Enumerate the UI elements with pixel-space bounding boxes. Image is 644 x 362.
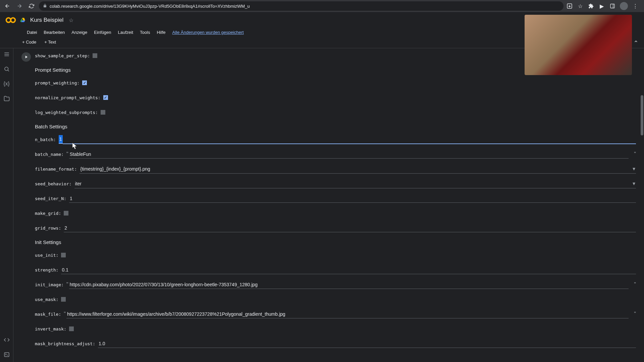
variables-icon[interactable]: {x} — [3, 80, 10, 87]
install-icon[interactable] — [566, 3, 573, 9]
scrollbar-thumb[interactable] — [641, 95, 643, 135]
run-button[interactable] — [21, 52, 31, 62]
show-sample-checkbox[interactable] — [93, 53, 97, 58]
mask-file-label: mask_file: — [35, 312, 61, 317]
extensions-icon[interactable] — [588, 3, 594, 9]
n-batch-label: n_batch: — [35, 137, 56, 142]
seed-iter-label: seed_iter_N: — [35, 196, 66, 201]
log-subprompts-checkbox[interactable] — [101, 110, 105, 115]
batch-name-input[interactable] — [69, 150, 629, 159]
normalize-weights-label: normalize_prompt_weights: — [35, 95, 101, 100]
lock-icon — [43, 4, 47, 9]
section-batch: Batch Settings — [35, 124, 636, 129]
bookmark-icon[interactable]: ☆ — [577, 3, 584, 9]
drive-icon — [20, 17, 26, 23]
main-content: show_sample_per_step: Prompt Settings pr… — [13, 48, 644, 362]
browser-chrome: colab.research.google.com/drive/13G9KHyM… — [0, 0, 644, 12]
mask-brightness-label: mask_brightness_adjust: — [35, 341, 95, 346]
section-init: Init Settings — [35, 239, 636, 245]
show-sample-label: show_sample_per_step: — [35, 53, 90, 58]
menu-icon[interactable]: ⋮ — [632, 3, 639, 9]
svg-rect-1 — [610, 4, 614, 8]
menu-insert[interactable]: Einfügen — [91, 29, 114, 36]
search-icon[interactable] — [3, 66, 10, 72]
use-mask-label: use_mask: — [35, 297, 58, 302]
menu-runtime[interactable]: Laufzeit — [115, 29, 136, 36]
filename-format-label: filename_format: — [35, 167, 77, 172]
address-bar[interactable]: colab.research.google.com/drive/13G9KHyM… — [39, 1, 564, 11]
normalize-weights-checkbox[interactable] — [103, 95, 108, 100]
seed-behavior-label: seed_behavior: — [35, 181, 72, 186]
menu-view[interactable]: Anzeige — [69, 29, 90, 36]
menu-file[interactable]: Datei — [24, 29, 40, 36]
webcam-overlay — [525, 15, 632, 75]
svg-point-8 — [5, 67, 8, 71]
collapse-button[interactable] — [633, 39, 639, 45]
svg-rect-10 — [4, 353, 9, 357]
svg-line-9 — [8, 70, 9, 71]
chevron-down-icon: ▾ — [633, 180, 635, 187]
media-icon[interactable]: ▶ — [598, 3, 605, 9]
scrollbar[interactable] — [636, 48, 644, 362]
menu-tools[interactable]: Tools — [137, 29, 153, 36]
use-init-checkbox[interactable] — [61, 253, 66, 257]
prompt-weighting-checkbox[interactable] — [82, 80, 87, 85]
forward-button[interactable] — [15, 1, 24, 11]
init-image-label: init_image: — [35, 282, 64, 287]
use-mask-checkbox[interactable] — [61, 297, 66, 302]
grid-rows-label: grid_rows: — [35, 226, 61, 231]
make-grid-checkbox[interactable] — [64, 211, 68, 216]
log-subprompts-label: log_weighted_subprompts: — [35, 110, 98, 115]
form-cell: show_sample_per_step: Prompt Settings pr… — [21, 51, 639, 354]
strength-input[interactable] — [61, 266, 636, 274]
add-text-button[interactable]: + Text — [41, 38, 59, 46]
filename-format-dropdown[interactable]: {timestring}_{index}_{prompt}.png ▾ — [79, 164, 636, 174]
chevron-down-icon: ▾ — [633, 166, 635, 172]
svg-point-4 — [11, 18, 15, 22]
menu-help[interactable]: Hilfe — [154, 29, 168, 36]
make-grid-label: make_grid: — [35, 211, 61, 216]
prompt-weighting-label: prompt_weighting: — [35, 80, 79, 85]
strength-label: strength: — [35, 267, 58, 273]
document-title[interactable]: Kurs Beispiel — [30, 17, 63, 23]
seed-behavior-dropdown[interactable]: iter ▾ — [74, 179, 636, 188]
panel-icon[interactable] — [609, 3, 616, 9]
back-button[interactable] — [3, 1, 12, 11]
invert-mask-checkbox[interactable] — [69, 326, 74, 331]
colab-logo-icon — [5, 15, 16, 25]
toc-icon[interactable] — [3, 51, 10, 58]
invert-mask-label: invert_mask: — [35, 326, 66, 331]
save-status[interactable]: Alle Änderungen wurden gespeichert — [172, 30, 244, 35]
profile-avatar[interactable] — [620, 2, 628, 10]
seed-iter-input[interactable] — [69, 194, 636, 203]
menu-edit[interactable]: Bearbeiten — [41, 29, 67, 36]
reload-button[interactable] — [27, 1, 36, 11]
n-batch-input[interactable] — [59, 135, 63, 144]
files-icon[interactable] — [3, 95, 10, 102]
mask-file-input[interactable] — [66, 310, 629, 318]
code-snippets-icon[interactable] — [3, 337, 10, 343]
url-text: colab.research.google.com/drive/13G9KHyM… — [50, 4, 250, 9]
terminal-icon[interactable] — [3, 351, 10, 358]
use-init-label: use_init: — [35, 253, 58, 258]
grid-rows-input[interactable] — [64, 224, 636, 232]
init-image-input[interactable] — [69, 281, 629, 289]
mask-brightness-input[interactable] — [98, 340, 636, 348]
batch-name-label: batch_name: — [35, 152, 64, 157]
add-code-button[interactable]: + Code — [19, 38, 40, 46]
left-sidebar: {x} — [0, 48, 13, 362]
star-icon[interactable]: ☆ — [69, 17, 73, 23]
